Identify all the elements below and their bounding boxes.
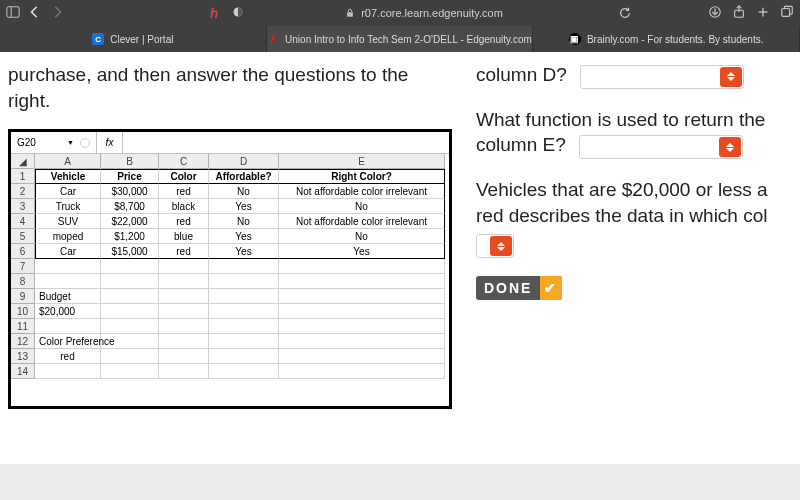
budget-value-cell: $20,000 [35, 304, 101, 319]
row-hdr: 8 [11, 274, 35, 289]
dcell: $8,700 [101, 199, 159, 214]
svg-rect-0 [7, 7, 19, 18]
formula-bar [123, 132, 449, 153]
name-box: G20 ▼ [11, 132, 97, 153]
svg-rect-8 [782, 9, 790, 17]
row-hdr: 3 [11, 199, 35, 214]
dcell: red [159, 184, 209, 199]
pref-value-cell: red [35, 349, 101, 364]
tab-strip: C Clever | Portal ✗ Union Intro to Info … [0, 26, 800, 52]
tab-brainly[interactable]: ▣ Brainly.com - For students. By student… [533, 26, 800, 52]
row-hdr: 5 [11, 229, 35, 244]
ecell [159, 289, 209, 304]
dcell: black [159, 199, 209, 214]
dcell: No [279, 199, 445, 214]
ecell [159, 259, 209, 274]
hcell: Right Color? [279, 169, 445, 184]
col-hdr: A [35, 154, 101, 169]
ecell [279, 274, 445, 289]
col-hdr: D [209, 154, 279, 169]
instruction-line: purchase, and then answer the questions … [8, 64, 408, 85]
tab-label: Clever | Portal [110, 34, 173, 45]
ecell [209, 364, 279, 379]
row-hdr: 6 [11, 244, 35, 259]
col-hdr: E [279, 154, 445, 169]
dcell: No [209, 214, 279, 229]
ecell [35, 319, 101, 334]
dcell: Yes [209, 229, 279, 244]
hcell: Color [159, 169, 209, 184]
tab-label: Union Intro to Info Tech Sem 2-O'DELL - … [285, 34, 532, 45]
row-hdr: 2 [11, 184, 35, 199]
dcell: Yes [209, 244, 279, 259]
corner-cell: ◢ [11, 154, 35, 169]
ecell [101, 274, 159, 289]
q2-line1: What function is used to return the [476, 107, 792, 133]
dcell: No [279, 229, 445, 244]
forward-icon [50, 5, 64, 21]
row-hdr: 7 [11, 259, 35, 274]
dcell: moped [35, 229, 101, 244]
ecell [35, 364, 101, 379]
hcell: Vehicle [35, 169, 101, 184]
stepper-icon [720, 67, 742, 87]
dcell: red [159, 214, 209, 229]
answer-dropdown-2[interactable] [579, 135, 743, 159]
dcell: Truck [35, 199, 101, 214]
row-hdr: 4 [11, 214, 35, 229]
tab-label: Brainly.com - For students. By students. [587, 34, 764, 45]
ecell [279, 319, 445, 334]
browser-chrome: ℎ r07.core.learn.edgenuity.com C Clever … [0, 0, 800, 52]
toolbar: ℎ r07.core.learn.edgenuity.com [0, 0, 800, 26]
favicon-clever: C [92, 33, 104, 45]
back-icon[interactable] [28, 5, 42, 21]
sidebar-toggle-icon[interactable] [6, 5, 20, 21]
budget-label-cell: Budget [35, 289, 101, 304]
new-tab-icon[interactable] [756, 5, 770, 21]
tab-clever[interactable]: C Clever | Portal [0, 26, 267, 52]
dcell: Not affordable color irrelevant [279, 184, 445, 199]
tab-edgenuity[interactable]: ✗ Union Intro to Info Tech Sem 2-O'DELL … [267, 26, 534, 52]
ecell [279, 259, 445, 274]
dcell: $15,000 [101, 244, 159, 259]
answer-dropdown-1[interactable] [580, 65, 744, 89]
spreadsheet-image: G20 ▼ fx ◢ A B C D E 1 Vehicle Price Co [8, 129, 452, 409]
dcell: Not affordable color irrelevant [279, 214, 445, 229]
ecell [279, 334, 445, 349]
ecell [209, 289, 279, 304]
reload-icon[interactable] [618, 6, 632, 20]
dcell: $22,000 [101, 214, 159, 229]
instruction-text: purchase, and then answer the questions … [8, 62, 458, 113]
ecell [35, 274, 101, 289]
col-hdr: B [101, 154, 159, 169]
shield-icon[interactable] [232, 6, 244, 20]
done-button[interactable]: DONE ✔ [476, 276, 562, 300]
spreadsheet-grid: ◢ A B C D E 1 Vehicle Price Color Afford… [11, 154, 449, 379]
ecell [159, 304, 209, 319]
tabs-icon[interactable] [780, 5, 794, 21]
ecell [279, 304, 445, 319]
check-icon: ✔ [540, 276, 562, 300]
row-hdr: 11 [11, 319, 35, 334]
row-hdr: 13 [11, 349, 35, 364]
extension-icon[interactable]: ℎ [210, 6, 218, 21]
download-icon[interactable] [708, 5, 722, 21]
dcell: Car [35, 244, 101, 259]
answer-dropdown-3[interactable] [476, 234, 514, 258]
share-icon[interactable] [732, 5, 746, 21]
namebox-circle-icon [80, 138, 90, 148]
q3-line2: red describes the data in which col [476, 203, 792, 229]
dcell: $1,200 [101, 229, 159, 244]
ecell [159, 364, 209, 379]
lock-icon [345, 8, 355, 18]
ecell [209, 304, 279, 319]
ecell [101, 349, 159, 364]
ecell [209, 319, 279, 334]
address-bar[interactable]: r07.core.learn.edgenuity.com [252, 7, 596, 19]
col-hdr: C [159, 154, 209, 169]
ecell [35, 259, 101, 274]
page-body: purchase, and then answer the questions … [0, 52, 800, 464]
instruction-line: right. [8, 90, 50, 111]
dcell: SUV [35, 214, 101, 229]
hcell: Affordable? [209, 169, 279, 184]
